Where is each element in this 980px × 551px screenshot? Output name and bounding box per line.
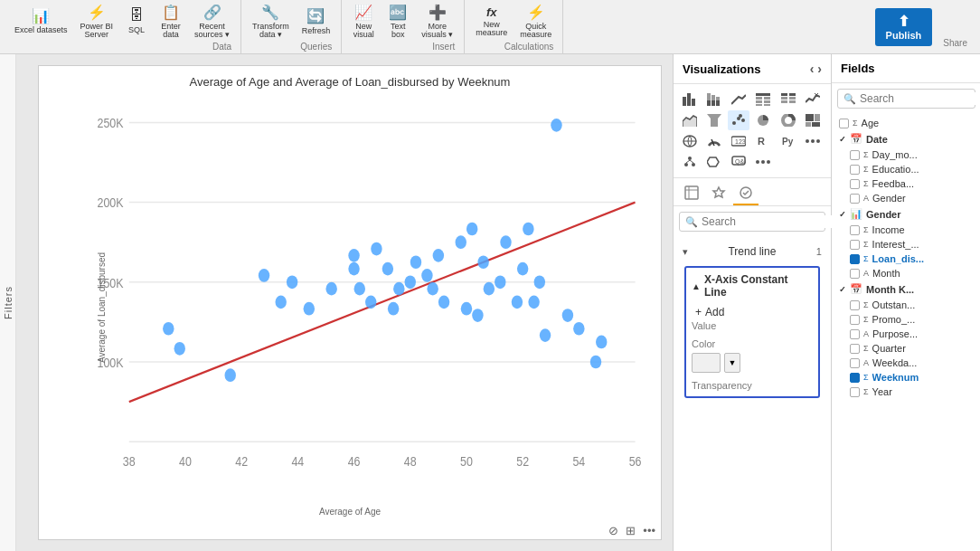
field-item-outstanding[interactable]: Σ Outstan... [832, 298, 980, 312]
viz-icon-python[interactable]: Py [777, 131, 799, 151]
excel-button[interactable]: 📊 Excel datasets [9, 5, 73, 37]
field-item-quarter[interactable]: Σ Quarter [832, 341, 980, 356]
color-swatch[interactable] [692, 353, 721, 373]
new-measure-button[interactable]: fx Newmeasure [470, 3, 513, 40]
refresh-button[interactable]: 🔄 Refresh [297, 5, 336, 38]
viz-icon-funnel[interactable] [703, 110, 725, 130]
field-checkbox-month[interactable] [850, 269, 860, 279]
filter-icon[interactable]: ⊘ [608, 524, 618, 537]
field-item-weekday[interactable]: A Weekda... [832, 356, 980, 370]
viz-icon-table[interactable] [752, 90, 774, 109]
field-checkbox-loan[interactable] [850, 254, 860, 264]
field-checkbox-daymo[interactable] [850, 150, 860, 160]
viz-icon-paint[interactable] [703, 152, 725, 172]
viz-icon-bar[interactable] [679, 90, 701, 109]
field-item-feedback[interactable]: Σ Feedba... [832, 176, 980, 191]
viz-icon-more[interactable] [802, 131, 824, 151]
field-checkbox-year[interactable] [850, 387, 860, 397]
field-checkbox-education[interactable] [850, 165, 860, 175]
svg-rect-73 [756, 100, 762, 103]
viz-icon-qna[interactable]: Q&A [728, 152, 749, 172]
svg-text:R: R [758, 136, 765, 147]
svg-rect-91 [815, 114, 820, 121]
sql-button[interactable]: 🗄 SQL [120, 5, 153, 37]
viz-icon-donut[interactable] [777, 110, 799, 130]
text-box-button[interactable]: 🔤 Textbox [382, 1, 414, 42]
field-checkbox-interest[interactable] [850, 240, 860, 250]
svg-text:250K: 250K [97, 116, 123, 130]
field-group-date[interactable]: ✓ 📅 Date [832, 130, 980, 147]
field-checkbox-age[interactable] [839, 119, 849, 128]
field-checkbox-weeknum[interactable] [850, 373, 860, 383]
add-constant-line-button[interactable]: + Add [692, 304, 813, 320]
fields-search-input[interactable] [860, 92, 980, 105]
field-item-purpose[interactable]: A Purpose... [832, 327, 980, 341]
svg-text:54: 54 [572, 454, 585, 469]
recent-sources-button[interactable]: 🔗 Recentsources ▾ [189, 1, 235, 42]
field-group-date-label: Date [866, 134, 888, 145]
new-visual-button[interactable]: 📈 Newvisual [347, 1, 380, 42]
field-checkbox-purpose[interactable] [850, 329, 860, 339]
viz-icon-gauge[interactable] [703, 131, 725, 151]
more-visuals-button[interactable]: ➕ Morevisuals ▾ [416, 1, 458, 42]
filters-panel-tab[interactable]: Filters [0, 54, 16, 551]
x-axis-header[interactable]: ▲ X-Axis Constant Line [692, 273, 813, 299]
field-group-gender[interactable]: ✓ 📊 Gender [832, 205, 980, 223]
transform-data-button[interactable]: 🔧 Transformdata ▾ [247, 1, 295, 42]
field-item-income[interactable]: Σ Income [832, 223, 980, 237]
color-dropdown[interactable]: ▼ [724, 353, 740, 373]
field-item-interest[interactable]: Σ Interest_... [832, 237, 980, 252]
field-item-loan[interactable]: Σ Loan_dis... [832, 252, 980, 266]
viz-icon-matrix[interactable] [777, 90, 799, 109]
field-checkbox-promo[interactable] [850, 315, 860, 325]
viz-icon-area[interactable] [679, 110, 701, 130]
analytics-search-input[interactable] [702, 215, 837, 228]
field-item-weeknum[interactable]: Σ Weeknum [832, 370, 980, 385]
viz-icon-treemap[interactable] [802, 110, 824, 130]
field-item-year[interactable]: Σ Year [832, 385, 980, 399]
publish-button[interactable]: ⬆ Publish [875, 8, 933, 46]
powerbi-button[interactable]: ⚡ Power BIServer [75, 1, 119, 42]
viz-icon-card[interactable]: 123 [728, 131, 749, 151]
enter-data-button[interactable]: 📋 Enterdata [155, 1, 187, 42]
viz-nav-left[interactable]: ‹ [810, 62, 815, 76]
field-name-weekday: Weekda... [872, 357, 917, 368]
quick-measure-icon: ⚡ [527, 4, 545, 21]
viz-icon-line[interactable] [728, 90, 749, 109]
viz-icon-scatter[interactable] [728, 110, 749, 130]
viz-nav-right[interactable]: › [817, 62, 822, 76]
main-area: Filters Average of Age and Average of Lo… [0, 54, 980, 551]
field-checkbox-quarter[interactable] [850, 344, 860, 354]
fields-search-box[interactable]: 🔍 [837, 89, 975, 109]
svg-point-36 [393, 282, 404, 296]
field-item-promo[interactable]: Σ Promo_... [832, 312, 980, 327]
analytics-search-box[interactable]: 🔍 [679, 212, 825, 232]
viz-tab-analytics[interactable] [733, 182, 759, 205]
viz-tab-fields[interactable] [679, 182, 704, 205]
field-checkbox-outstanding[interactable] [850, 300, 860, 310]
viz-icon-pie[interactable] [752, 110, 774, 130]
field-checkbox-gender-text[interactable] [850, 194, 860, 204]
viz-icon-map[interactable] [679, 131, 701, 151]
focus-mode-icon[interactable]: ⊞ [626, 524, 636, 537]
field-item-education[interactable]: Σ Educatio... [832, 162, 980, 176]
field-checkbox-feedback[interactable] [850, 179, 860, 189]
svg-rect-67 [711, 100, 715, 106]
more-options-icon[interactable]: ••• [643, 524, 655, 537]
field-item-gender-text[interactable]: A Gender [832, 191, 980, 205]
viz-icon-decomp[interactable] [679, 152, 701, 172]
field-group-monthk[interactable]: ✓ 📅 Month K... [832, 280, 980, 298]
field-checkbox-income[interactable] [850, 225, 860, 235]
field-item-daymo[interactable]: Σ Day_mo... [832, 147, 980, 162]
field-item-month[interactable]: A Month [832, 266, 980, 280]
trend-line-item[interactable]: ▾ Trend line 1 [679, 241, 825, 262]
viz-icon-kpi[interactable] [802, 90, 824, 109]
viz-icon-more2[interactable] [752, 152, 774, 172]
svg-point-25 [275, 296, 286, 309]
viz-icon-r-script[interactable]: R [752, 131, 774, 151]
field-item-age[interactable]: Σ Age [832, 116, 980, 130]
viz-tab-format[interactable] [706, 182, 731, 205]
field-checkbox-weekday[interactable] [850, 358, 860, 368]
quick-measure-button[interactable]: ⚡ Quickmeasure [514, 1, 557, 42]
viz-icon-stacked-bar[interactable] [703, 90, 725, 109]
